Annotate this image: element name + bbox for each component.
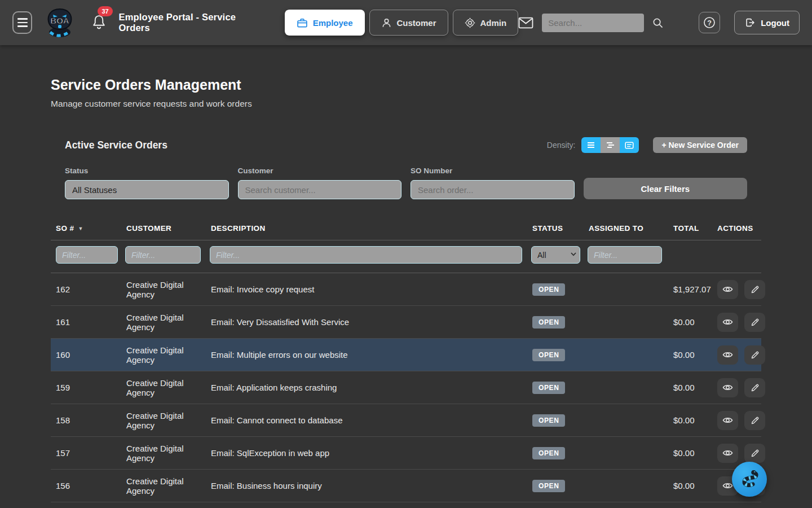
service-order-row[interactable]: 156 Creative Digital Agency Email: Busin…: [51, 470, 761, 502]
global-search-input[interactable]: [542, 14, 644, 32]
compact-view-icon: [586, 142, 595, 148]
assigned-column-filter-input[interactable]: [588, 246, 662, 264]
status-badge: OPEN: [532, 447, 565, 459]
customer-search-input[interactable]: [238, 180, 402, 199]
density-compact-button[interactable]: [581, 137, 601, 153]
column-header-description[interactable]: DESCRIPTION: [206, 218, 528, 240]
view-order-button[interactable]: [717, 313, 738, 332]
pencil-icon: [751, 351, 760, 360]
search-icon: [652, 17, 663, 28]
view-order-button[interactable]: [717, 345, 738, 365]
search-submit-button[interactable]: [652, 17, 663, 28]
briefcase-icon: [297, 17, 308, 28]
status-badge: OPEN: [532, 316, 565, 329]
assigned-to-cell: [584, 306, 669, 339]
assigned-to-cell: [584, 339, 669, 371]
status-cell: OPEN: [528, 306, 584, 339]
notifications-button[interactable]: 37: [92, 14, 106, 32]
tab-admin-label: Admin: [480, 18, 507, 28]
edit-order-button[interactable]: [744, 313, 765, 332]
page-title: Service Orders Management: [51, 77, 761, 93]
density-button-group: [581, 137, 639, 153]
logout-label: Logout: [761, 18, 789, 28]
orders-table-body: 162 Creative Digital Agency Email: Invoi…: [51, 273, 761, 502]
tab-employee-label: Employee: [313, 18, 353, 28]
edit-order-button[interactable]: [744, 444, 765, 463]
density-controls: Density:: [547, 137, 747, 153]
view-order-button[interactable]: [717, 378, 738, 397]
view-order-button[interactable]: [717, 444, 738, 463]
tab-admin[interactable]: Admin: [453, 10, 519, 36]
description-column-filter-input[interactable]: [210, 246, 522, 264]
service-orders-table: SO #▼ CUSTOMER DESCRIPTION STATUS ASSIGN…: [51, 218, 761, 502]
total-cell: $1,927.07: [669, 273, 713, 306]
service-order-row[interactable]: 160 Creative Digital Agency Email: Multi…: [51, 339, 761, 371]
column-header-status[interactable]: STATUS: [528, 218, 584, 240]
column-header-so[interactable]: SO #▼: [51, 218, 122, 240]
logout-icon: [744, 17, 756, 28]
main-content: Service Orders Management Manage custome…: [51, 77, 761, 502]
column-header-total[interactable]: TOTAL: [669, 218, 713, 240]
customer-cell: Creative Digital Agency: [122, 437, 206, 470]
density-standard-button[interactable]: [601, 137, 620, 153]
actions-cell: [713, 339, 761, 371]
messages-button[interactable]: [518, 17, 533, 29]
view-order-button[interactable]: [717, 411, 738, 430]
filters-bar: Status All Statuses Customer SO Number C…: [51, 167, 761, 199]
density-card-button[interactable]: [620, 137, 639, 153]
column-header-assigned[interactable]: ASSIGNED TO: [584, 218, 669, 240]
service-order-row[interactable]: 162 Creative Digital Agency Email: Invoi…: [51, 273, 761, 306]
status-badge: OPEN: [532, 480, 565, 492]
description-cell: Email: Very Dissatisfied With Service: [206, 306, 528, 339]
status-column-filter-select[interactable]: All: [531, 246, 580, 264]
customer-cell: Creative Digital Agency: [122, 273, 206, 306]
eye-icon: [722, 481, 733, 490]
notification-count-badge: 37: [98, 6, 112, 16]
eye-icon: [722, 449, 733, 457]
edit-order-button[interactable]: [744, 345, 765, 365]
status-cell: OPEN: [528, 273, 584, 306]
svg-text:BOA: BOA: [51, 16, 70, 25]
pencil-icon: [751, 416, 760, 425]
column-header-customer[interactable]: CUSTOMER: [122, 218, 206, 240]
assistant-fab-button[interactable]: [732, 462, 767, 497]
tab-customer-label: Customer: [397, 18, 436, 28]
pencil-icon: [751, 318, 760, 327]
service-order-row[interactable]: 157 Creative Digital Agency Email: SqlEx…: [51, 437, 761, 470]
actions-cell: [713, 404, 761, 437]
assigned-to-cell: [584, 437, 669, 470]
description-cell: Email: SqlException in web app: [206, 437, 528, 470]
service-order-row[interactable]: 159 Creative Digital Agency Email: Appli…: [51, 371, 761, 404]
menu-button[interactable]: [12, 11, 32, 34]
tab-customer[interactable]: Customer: [369, 10, 448, 36]
eye-icon: [722, 318, 733, 326]
customer-cell: Creative Digital Agency: [122, 339, 206, 371]
so-number-cell: 157: [51, 437, 122, 470]
view-order-button[interactable]: [717, 280, 738, 299]
total-cell: $0.00: [669, 371, 713, 404]
page-subtitle: Manage customer service requests and wor…: [51, 99, 761, 109]
status-filter-group: Status All Statuses: [65, 167, 229, 199]
status-filter-select[interactable]: All Statuses: [65, 180, 229, 199]
status-badge: OPEN: [532, 349, 565, 361]
customer-column-filter-input[interactable]: [125, 246, 201, 264]
total-cell: $0.00: [669, 339, 713, 371]
help-button[interactable]: ?: [699, 12, 720, 33]
logout-button[interactable]: Logout: [734, 11, 800, 34]
edit-order-button[interactable]: [744, 411, 765, 430]
clear-filters-button[interactable]: Clear Filters: [584, 178, 748, 199]
service-order-row[interactable]: 158 Creative Digital Agency Email: Canno…: [51, 404, 761, 437]
tab-employee[interactable]: Employee: [285, 10, 365, 36]
new-service-order-button[interactable]: + New Service Order: [653, 137, 747, 153]
service-order-row[interactable]: 161 Creative Digital Agency Email: Very …: [51, 306, 761, 339]
so-number-filter-group: SO Number: [411, 167, 575, 199]
status-badge: OPEN: [532, 382, 565, 394]
navbar-right-controls: ? Logout: [518, 11, 800, 34]
edit-order-button[interactable]: [744, 280, 765, 299]
envelope-icon: [518, 17, 533, 29]
so-column-filter-input[interactable]: [56, 246, 118, 264]
edit-order-button[interactable]: [744, 378, 765, 397]
so-number-search-input[interactable]: [411, 180, 575, 199]
panel-title: Active Service Orders: [65, 139, 167, 151]
eye-icon: [722, 416, 733, 424]
